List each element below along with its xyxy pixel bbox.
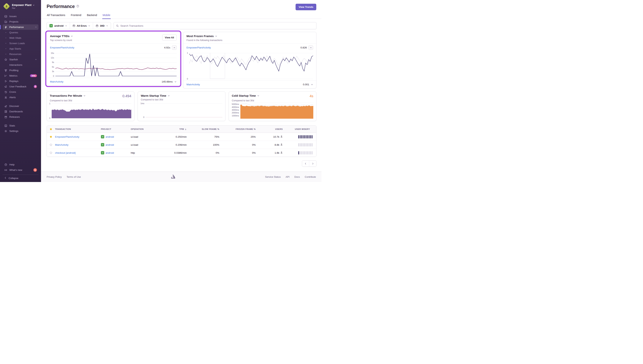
slow-frame-cell: 75% — [187, 133, 219, 140]
sidebar-item-screen-loads[interactable]: Screen Loads — [3, 40, 39, 46]
column-header-tpm[interactable]: TPM — [151, 126, 187, 132]
date-range-filter[interactable]: 30D — [93, 22, 111, 29]
sidebar-collapse-button[interactable]: Collapse — [3, 174, 39, 182]
sidebar-item-settings[interactable]: Settings — [3, 128, 39, 134]
widget-most-frozen-frames: Most Frozen Frames Found in the followin… — [183, 32, 316, 88]
footer-link-terms-of-use[interactable]: Terms of Use — [67, 176, 81, 178]
sidebar-item-performance[interactable]: Performance — [3, 24, 39, 30]
column-header-project[interactable]: PROJECT — [101, 126, 131, 132]
user-misery-bar — [283, 143, 315, 146]
sidebar-item-stats[interactable]: Stats — [3, 123, 39, 128]
active-indicator — [0, 25, 1, 29]
sidebar-item-interactions[interactable]: Interactions — [3, 62, 39, 68]
star-filled-icon[interactable] — [50, 135, 52, 138]
sidebar-item-label: Dashboards — [9, 110, 37, 113]
sidebar-item-queries[interactable]: Queries — [3, 30, 39, 35]
collapse-label: Collapse — [9, 177, 19, 180]
star-outline-icon[interactable] — [50, 151, 52, 154]
cold-startup-chart: 5000ms4000ms3000ms2000ms1000ms — [230, 103, 313, 119]
users-cell: 1.6k — [256, 149, 283, 156]
sidebar-item-metrics[interactable]: Metricsbeta — [3, 73, 39, 78]
sidebar-item-discover[interactable]: Discover — [3, 104, 39, 109]
sidebar-item-app-starts[interactable]: App Starts — [3, 46, 39, 52]
tab-mobile[interactable]: Mobile — [103, 14, 110, 19]
transaction-link[interactable]: EmpowerPlantActivity — [50, 46, 74, 49]
transaction-link[interactable]: MainActivity — [50, 80, 63, 83]
footer-link-api[interactable]: API — [285, 176, 289, 178]
chevron-up-icon — [35, 58, 37, 60]
footer-link-privacy-policy[interactable]: Privacy Policy — [47, 176, 62, 178]
tab-frontend[interactable]: Frontend — [71, 14, 81, 19]
previous-page-button[interactable] — [302, 160, 309, 166]
operation-cell: ui.load — [131, 133, 151, 140]
environment-filter[interactable]: All Envs — [70, 22, 93, 29]
transaction-link[interactable]: EmpowerPlantActivity — [55, 136, 80, 138]
column-header-user-misery[interactable]: USER MISERY — [283, 126, 315, 132]
tab-backend[interactable]: Backend — [87, 14, 97, 19]
expand-toggle-icon[interactable] — [174, 81, 177, 83]
column-header-transaction[interactable]: TRANSACTION — [55, 126, 101, 132]
star-icon — [4, 58, 8, 61]
sidebar-item-projects[interactable]: Projects — [3, 19, 39, 24]
collapse-toggle-button[interactable] — [308, 46, 313, 50]
tpm-cell: 0.0386/min — [151, 149, 187, 156]
project-link[interactable]: android — [106, 136, 114, 138]
tab-all-transactions[interactable]: All Transactions — [47, 14, 65, 19]
y-axis-label: 9s — [49, 61, 54, 63]
sidebar-item-resources[interactable]: Resources — [3, 52, 39, 57]
next-page-button[interactable] — [309, 160, 316, 166]
widget-title: Cold Startup Time — [232, 94, 256, 97]
transaction-link[interactable]: EmpowerPlantActivity — [186, 46, 211, 49]
sidebar-item-starfish[interactable]: Starfish — [3, 57, 39, 62]
help-question-icon[interactable] — [76, 5, 79, 8]
sidebar-item-web-vitals[interactable]: Web Vitals — [3, 35, 39, 40]
view-all-button[interactable]: View All — [162, 34, 177, 40]
collapse-toggle-button[interactable] — [172, 46, 177, 50]
column-header-operation[interactable]: OPERATION — [131, 126, 151, 132]
footer-link-contribute[interactable]: Contribute — [305, 176, 316, 178]
sidebar-item-crons[interactable]: Crons — [3, 89, 39, 95]
org-switcher[interactable]: Empower Plant Nar — [0, 0, 41, 12]
chevron-down-icon[interactable] — [83, 95, 86, 97]
sidebar-item-releases[interactable]: Releases — [3, 114, 39, 120]
column-header-frozen-frame[interactable]: FROZEN FRAME % — [219, 126, 256, 132]
sidebar-item-label: User Feedback — [9, 85, 32, 88]
sidebar-item-help[interactable]: Help — [3, 162, 39, 167]
sidebar-item-dashboards[interactable]: Dashboards — [3, 109, 39, 114]
column-header-users[interactable]: USERS — [256, 126, 283, 132]
widget-title: Average TTIDs — [50, 34, 69, 38]
sidebar-item-label: Crons — [9, 90, 37, 93]
metrics-icon — [4, 74, 8, 77]
project-filter[interactable]: android — [47, 22, 70, 29]
widget-warm-startup-time: Warm Startup Time Compared to last 30d 1… — [138, 92, 225, 121]
column-header-slow-frame[interactable]: SLOW FRAME % — [187, 126, 219, 132]
y-axis-label: 15s — [49, 52, 54, 54]
user-misery-bar — [283, 135, 315, 138]
star-outline-icon[interactable] — [50, 143, 52, 146]
chevron-down-icon[interactable] — [215, 35, 217, 37]
sidebar-item-issues[interactable]: Issues — [3, 14, 39, 19]
transaction-link[interactable]: MainActivity — [55, 144, 69, 146]
chevron-down-icon[interactable] — [257, 95, 259, 97]
expand-toggle-icon[interactable] — [311, 84, 313, 86]
sidebar-item-what-s-new[interactable]: What's new5 — [3, 167, 39, 173]
sidebar-item-user-feedback[interactable]: User FeedbackB — [3, 84, 39, 89]
chevron-down-icon[interactable] — [168, 95, 170, 97]
transaction-link[interactable]: MainActivity — [186, 83, 200, 86]
transaction-link[interactable]: checkout [android] — [55, 152, 76, 154]
chevron-down-icon[interactable] — [71, 35, 73, 37]
footer-link-service-status[interactable]: Service Status — [265, 176, 281, 178]
table-row: MainActivityandroidui.load0.206/min100%0… — [47, 141, 316, 149]
operation-cell: ui.load — [131, 141, 151, 148]
sidebar-item-replays[interactable]: Replays — [3, 78, 39, 84]
sidebar-item-profiling[interactable]: Profiling — [3, 68, 39, 73]
sidebar-item-alerts[interactable]: Alerts — [3, 95, 39, 100]
chevron-down-icon — [106, 25, 108, 27]
view-trends-button[interactable]: View Trends — [295, 4, 316, 10]
search-transactions-input[interactable] — [121, 24, 314, 27]
project-link[interactable]: android — [106, 144, 114, 146]
project-link[interactable]: android — [106, 152, 114, 154]
y-axis-label: 12s — [49, 57, 54, 59]
star-column-header[interactable] — [47, 126, 55, 133]
footer-link-docs[interactable]: Docs — [294, 176, 300, 178]
